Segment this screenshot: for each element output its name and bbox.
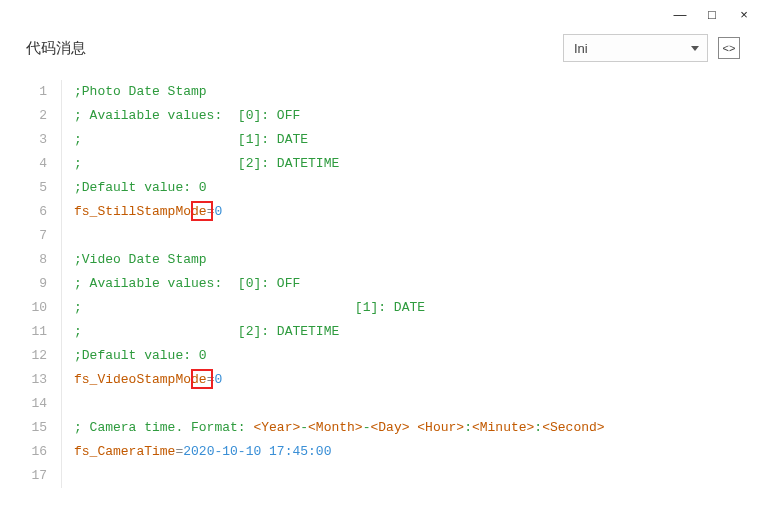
line-number: 1 [0,80,47,104]
code-line: ; [2]: DATETIME [74,152,605,176]
code-line: ;Video Date Stamp [74,248,605,272]
code-line: ;Default value: 0 [74,176,605,200]
line-number: 7 [0,224,47,248]
window-controls: — □ × [672,6,752,22]
header-controls: Ini <> [563,34,740,62]
minimize-button[interactable]: — [672,6,688,22]
code-view-toggle[interactable]: <> [718,37,740,59]
code-line: fs_VideoStampMode=0 [74,368,605,392]
line-number: 15 [0,416,47,440]
chevron-down-icon [691,46,699,51]
line-number: 14 [0,392,47,416]
code-lines: ;Photo Date Stamp; Available values: [0]… [62,80,605,488]
code-line: ; Camera time. Format: <Year>-<Month>-<D… [74,416,605,440]
code-line: ; Available values: [0]: OFF [74,104,605,128]
code-line: ;Photo Date Stamp [74,80,605,104]
line-number: 6 [0,200,47,224]
header: 代码消息 Ini <> [0,0,760,72]
line-number: 5 [0,176,47,200]
code-line: ; Available values: [0]: OFF [74,272,605,296]
line-number: 10 [0,296,47,320]
language-select-value: Ini [574,41,588,56]
line-number: 2 [0,104,47,128]
language-select[interactable]: Ini [563,34,708,62]
code-line: ;Default value: 0 [74,344,605,368]
code-icon: <> [723,42,736,54]
code-line [74,464,605,488]
line-number: 9 [0,272,47,296]
code-line: fs_CameraTime=2020-10-10 17:45:00 [74,440,605,464]
line-number: 12 [0,344,47,368]
maximize-button[interactable]: □ [704,6,720,22]
line-number-gutter: 1234567891011121314151617 [0,80,62,488]
line-number: 4 [0,152,47,176]
code-line: ; [1]: DATE [74,296,605,320]
code-line [74,392,605,416]
code-line: ; [2]: DATETIME [74,320,605,344]
code-line [74,224,605,248]
close-button[interactable]: × [736,6,752,22]
line-number: 17 [0,464,47,488]
line-number: 13 [0,368,47,392]
line-number: 3 [0,128,47,152]
code-line: ; [1]: DATE [74,128,605,152]
code-editor[interactable]: 1234567891011121314151617 ;Photo Date St… [0,72,760,488]
line-number: 8 [0,248,47,272]
line-number: 16 [0,440,47,464]
line-number: 11 [0,320,47,344]
code-line: fs_StillStampMode=0 [74,200,605,224]
page-title: 代码消息 [26,39,86,58]
